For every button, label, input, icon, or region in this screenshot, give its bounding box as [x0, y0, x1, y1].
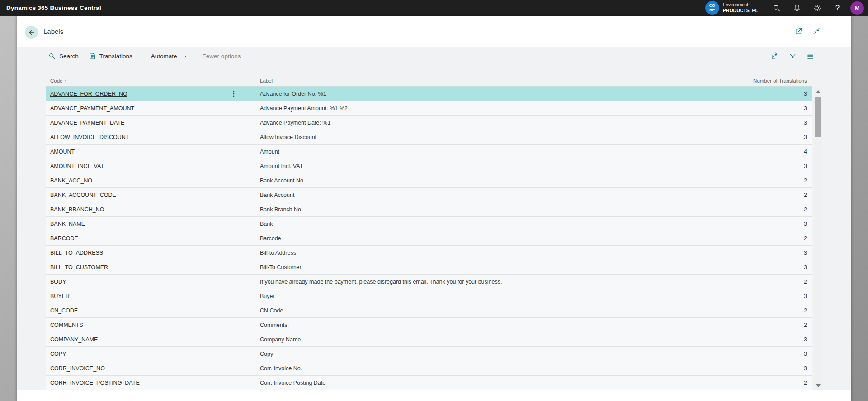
table-row[interactable]: COMPANY_NAME Company Name 3	[46, 332, 812, 347]
page-header: Labels	[17, 16, 851, 47]
row-code-link[interactable]: CN_CODE	[46, 308, 208, 314]
row-translations-cell: 3	[728, 134, 812, 140]
help-icon[interactable]: ?	[827, 0, 848, 16]
row-code-link[interactable]: AMOUNT	[46, 149, 208, 155]
open-in-new-window-icon[interactable]	[793, 25, 804, 37]
table-row[interactable]: BARCODE Barcode 2	[46, 231, 812, 246]
row-code-link[interactable]: ADVANCE_PAYMENT_AMOUNT	[46, 105, 208, 112]
row-translations-cell: 3	[728, 221, 812, 227]
table-row[interactable]: ALLOW_INVOICE_DISCOUNT Allow Invoice Dis…	[46, 130, 812, 145]
back-arrow-icon	[28, 28, 36, 37]
row-label-cell: If you have already made the payment, pl…	[260, 279, 728, 285]
table-row[interactable]: CORR_INVOICE_POSTING_DATE Corr. Invoice …	[46, 376, 812, 390]
column-header-label[interactable]: Label	[260, 78, 728, 84]
table-row[interactable]: ADVANCE_FOR_ORDER_NO Advance for Order N…	[46, 87, 812, 101]
row-code-link[interactable]: BILL_TO_CUSTOMER	[46, 264, 208, 270]
row-label-cell: Bank Account No.	[260, 177, 728, 184]
row-code-link[interactable]: CORR_INVOICE_NO	[46, 365, 208, 372]
table-header: Code ↑ Label Number of Translations	[46, 72, 812, 87]
row-code-link[interactable]: BILL_TO_ADDRESS	[46, 250, 208, 256]
row-translations-cell: 3	[728, 250, 812, 256]
table-row[interactable]: BILL_TO_CUSTOMER Bill-To Customer 3	[46, 260, 812, 275]
table-row[interactable]: COPY Copy 3	[46, 347, 812, 361]
avatar[interactable]: M	[850, 1, 864, 15]
list-footer-area	[17, 390, 851, 401]
environment-chip[interactable]: CO RE Environment: PRODUCTS_PL	[705, 1, 758, 15]
row-code-link[interactable]: COMMENTS	[46, 322, 208, 328]
ellipsis-vertical-icon[interactable]	[231, 90, 237, 98]
row-translations-cell: 3	[728, 163, 812, 169]
row-translations-cell: 3	[728, 293, 812, 299]
row-translations-cell: 3	[728, 120, 812, 126]
row-menu-cell	[208, 90, 260, 98]
row-translations-cell: 4	[728, 149, 812, 155]
search-button[interactable]: Search	[46, 51, 81, 61]
table-row[interactable]: CORR_INVOICE_NO Corr. Invoice No. 3	[46, 361, 812, 376]
row-label-cell: Amount	[260, 149, 728, 155]
row-label-cell: Bank Account	[260, 192, 728, 198]
row-code-link[interactable]: BANK_ACC_NO	[46, 177, 208, 184]
row-code-link[interactable]: COMPANY_NAME	[46, 336, 208, 343]
filter-icon[interactable]	[787, 50, 798, 62]
row-code-link[interactable]: BANK_NAME	[46, 221, 208, 227]
column-header-translations[interactable]: Number of Translations	[728, 78, 812, 84]
table-row[interactable]: BUYER Buyer 3	[46, 289, 812, 303]
row-code-link[interactable]: BARCODE	[46, 235, 208, 242]
scroll-up-arrow[interactable]	[814, 88, 822, 95]
row-label-cell: Company Name	[260, 336, 728, 343]
row-label-cell: Advance Payment Amount: %1 %2	[260, 105, 728, 112]
vertical-scrollbar[interactable]	[814, 87, 822, 390]
row-translations-cell: 2	[728, 308, 812, 314]
bell-icon[interactable]	[787, 0, 807, 16]
automate-menu[interactable]: Automate	[148, 51, 191, 61]
row-code-link[interactable]: BUYER	[46, 293, 208, 299]
table-row[interactable]: AMOUNT Amount 4	[46, 145, 812, 159]
search-icon[interactable]	[766, 0, 787, 16]
row-translations-cell: 3	[728, 351, 812, 357]
row-translations-cell: 3	[728, 336, 812, 343]
row-translations-cell: 3	[728, 91, 812, 97]
row-label-cell: Advance Payment Date: %1	[260, 120, 728, 126]
search-label: Search	[59, 53, 79, 60]
table-row[interactable]: ADVANCE_PAYMENT_DATE Advance Payment Dat…	[46, 116, 812, 130]
row-label-cell: CN Code	[260, 308, 728, 314]
row-code-link[interactable]: ALLOW_INVOICE_DISCOUNT	[46, 134, 208, 140]
row-code-link[interactable]: CORR_INVOICE_POSTING_DATE	[46, 380, 208, 386]
row-code-link[interactable]: AMOUNT_INCL_VAT	[46, 163, 208, 169]
row-label-cell: Corr. Invoice No.	[260, 365, 728, 372]
list-icon[interactable]	[804, 50, 816, 62]
collapse-icon[interactable]	[811, 25, 822, 37]
row-label-cell: Bill-To Customer	[260, 264, 728, 270]
row-code-link[interactable]: ADVANCE_FOR_ORDER_NO	[46, 91, 208, 97]
table-row[interactable]: CN_CODE CN Code 2	[46, 303, 812, 318]
row-label-cell: Allow Invoice Discount	[260, 134, 728, 140]
scroll-down-arrow[interactable]	[814, 382, 822, 389]
scrollbar-thumb[interactable]	[815, 97, 821, 137]
table-row[interactable]: AMOUNT_INCL_VAT Amount Incl. VAT 3	[46, 159, 812, 173]
share-icon[interactable]	[769, 50, 781, 62]
chevron-down-icon	[183, 53, 188, 59]
row-code-link[interactable]: BANK_BRANCH_NO	[46, 206, 208, 213]
table-body: ADVANCE_FOR_ORDER_NO Advance for Order N…	[46, 87, 812, 390]
page-title: Labels	[43, 16, 63, 47]
environment-badge-line2: RE	[709, 8, 715, 13]
fewer-options-button[interactable]: Fewer options	[203, 53, 241, 60]
back-button[interactable]	[25, 26, 38, 39]
table-row[interactable]: BODY If you have already made the paymen…	[46, 275, 812, 289]
table-row[interactable]: ADVANCE_PAYMENT_AMOUNT Advance Payment A…	[46, 101, 812, 116]
row-code-link[interactable]: BODY	[46, 279, 208, 285]
column-header-code[interactable]: Code ↑	[46, 78, 208, 84]
app-title[interactable]: Dynamics 365 Business Central	[0, 5, 101, 11]
row-code-link[interactable]: ADVANCE_PAYMENT_DATE	[46, 120, 208, 126]
table-row[interactable]: BANK_NAME Bank 3	[46, 217, 812, 231]
gear-icon[interactable]	[807, 0, 827, 16]
table-row[interactable]: BILL_TO_ADDRESS Bill-to Address 3	[46, 246, 812, 260]
row-code-link[interactable]: BANK_ACCOUNT_CODE	[46, 192, 208, 198]
table-row[interactable]: BANK_ACC_NO Bank Account No. 2	[46, 173, 812, 188]
translations-button[interactable]: Translations	[86, 51, 135, 61]
row-label-cell: Advance for Order No. %1	[260, 91, 728, 97]
table-row[interactable]: BANK_ACCOUNT_CODE Bank Account 2	[46, 188, 812, 202]
table-row[interactable]: BANK_BRANCH_NO Bank Branch No. 2	[46, 202, 812, 217]
row-code-link[interactable]: COPY	[46, 351, 208, 357]
table-row[interactable]: COMMENTS Comments: 2	[46, 318, 812, 332]
